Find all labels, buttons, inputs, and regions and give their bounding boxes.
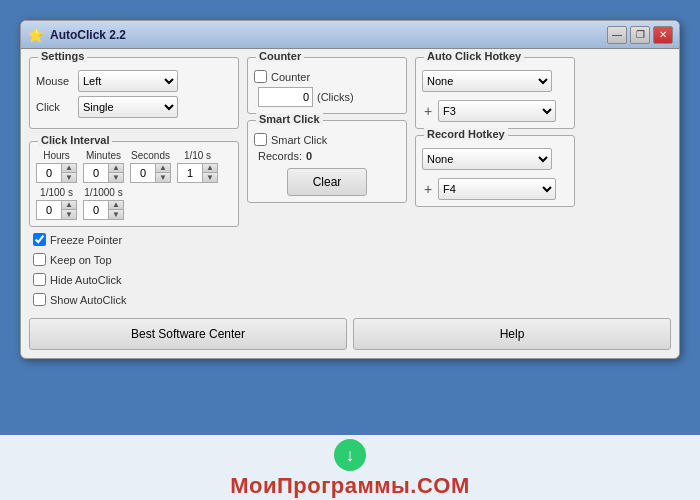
hundredths-label: 1/100 s [40, 187, 73, 198]
thousandths-label: 1/1000 s [84, 187, 122, 198]
minutes-label: Minutes [86, 150, 121, 161]
settings-label: Settings [38, 50, 87, 62]
tenths-up[interactable]: ▲ [203, 164, 217, 173]
hours-input[interactable] [37, 164, 61, 182]
smart-click-checkbox-label: Smart Click [271, 134, 327, 146]
best-software-button[interactable]: Best Software Center [29, 318, 347, 350]
hide-autoclick-checkbox[interactable] [33, 273, 46, 286]
title-icon: ⭐ [27, 27, 44, 43]
close-button[interactable]: ✕ [653, 26, 673, 44]
records-value: 0 [306, 150, 312, 162]
seconds-down[interactable]: ▼ [156, 173, 170, 182]
counter-value-input[interactable] [258, 87, 313, 107]
smart-click-group: Smart Click Smart Click Records: 0 Clear [247, 120, 407, 203]
autoclick-hotkey-group: Auto Click Hotkey None Ctrl Alt Shift + … [415, 57, 575, 129]
options-group: Freeze Pointer Keep on Top Hide AutoClic… [29, 233, 239, 310]
tenths-label: 1/10 s [184, 150, 211, 161]
smart-click-label: Smart Click [256, 113, 323, 125]
record-hotkey-group: Record Hotkey None Ctrl Alt Shift + F1F2… [415, 135, 575, 207]
autoclick-hotkey-bottom-select[interactable]: F1F2F3F4 F5F6F7F8 F9F10F11F12 [438, 100, 556, 122]
title-text: AutoClick 2.2 [50, 28, 607, 42]
hundredths-up[interactable]: ▲ [62, 201, 76, 210]
interval-label: Click Interval [38, 134, 112, 146]
bottom-bar: Best Software Center Help [29, 318, 671, 350]
interval-group: Click Interval Hours ▲ ▼ [29, 141, 239, 227]
autoclick-hotkey-top-select[interactable]: None Ctrl Alt Shift [422, 70, 552, 92]
help-button[interactable]: Help [353, 318, 671, 350]
click-select[interactable]: Single Double [78, 96, 178, 118]
record-hotkey-label: Record Hotkey [424, 128, 508, 140]
minutes-up[interactable]: ▲ [109, 164, 123, 173]
tenths-down[interactable]: ▼ [203, 173, 217, 182]
show-autoclick-label: Show AutoClick [50, 294, 126, 306]
freeze-pointer-checkbox[interactable] [33, 233, 46, 246]
record-hotkey-bottom-select[interactable]: F1F2F3F4 F5F6F7F8 F9F10F11F12 [438, 178, 556, 200]
plus-sign-2: + [422, 181, 434, 197]
hide-autoclick-label: Hide AutoClick [50, 274, 122, 286]
minimize-button[interactable]: — [607, 26, 627, 44]
mouse-label: Mouse [36, 75, 74, 87]
thousandths-down[interactable]: ▼ [109, 210, 123, 219]
hours-up[interactable]: ▲ [62, 164, 76, 173]
mouse-select[interactable]: Left Middle Right [78, 70, 178, 92]
smart-click-checkbox[interactable] [254, 133, 267, 146]
hours-label: Hours [43, 150, 70, 161]
overlay-arrow-icon: ↓ [334, 439, 366, 471]
counter-group-label: Counter [256, 50, 304, 62]
hours-down[interactable]: ▼ [62, 173, 76, 182]
hundredths-down[interactable]: ▼ [62, 210, 76, 219]
records-label: Records: [258, 150, 302, 162]
minutes-input[interactable] [84, 164, 108, 182]
counter-checkbox[interactable] [254, 70, 267, 83]
autoclick-hotkey-label: Auto Click Hotkey [424, 50, 524, 62]
overlay: ↓ МоиПрограммы.COM Каталог бесплатных пр… [0, 435, 700, 500]
clicks-unit-label: (Clicks) [317, 91, 354, 103]
clear-button[interactable]: Clear [287, 168, 367, 196]
restore-button[interactable]: ❐ [630, 26, 650, 44]
seconds-up[interactable]: ▲ [156, 164, 170, 173]
thousandths-up[interactable]: ▲ [109, 201, 123, 210]
keep-on-top-label: Keep on Top [50, 254, 112, 266]
click-label: Click [36, 101, 74, 113]
minutes-down[interactable]: ▼ [109, 173, 123, 182]
plus-sign-1: + [422, 103, 434, 119]
counter-group: Counter Counter (Clicks) [247, 57, 407, 114]
hundredths-input[interactable] [37, 201, 61, 219]
thousandths-input[interactable] [84, 201, 108, 219]
counter-checkbox-label: Counter [271, 71, 310, 83]
seconds-input[interactable] [131, 164, 155, 182]
title-bar: ⭐ AutoClick 2.2 — ❐ ✕ [21, 21, 679, 49]
tenths-input[interactable] [178, 164, 202, 182]
show-autoclick-checkbox[interactable] [33, 293, 46, 306]
settings-group: Settings Mouse Left Middle Right Click [29, 57, 239, 129]
freeze-pointer-label: Freeze Pointer [50, 234, 122, 246]
keep-on-top-checkbox[interactable] [33, 253, 46, 266]
seconds-label: Seconds [131, 150, 170, 161]
record-hotkey-top-select[interactable]: None Ctrl Alt Shift [422, 148, 552, 170]
overlay-site: МоиПрограммы.COM [0, 473, 700, 499]
